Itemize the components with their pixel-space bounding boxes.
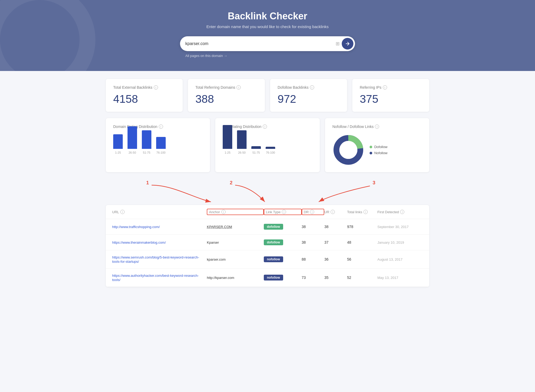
svg-text:2: 2 (230, 180, 233, 185)
dofollow-dot (370, 146, 372, 148)
table-row: https://www.semrush.com/blog/5-best-keyw… (106, 250, 429, 269)
ur-cell: 35 (324, 275, 347, 280)
page-title: Backlink Checker (5, 11, 530, 22)
ur-cell: 38 (324, 225, 347, 229)
bar-group: 76-100 (266, 147, 275, 154)
linktype-badge: dofollow (264, 224, 283, 230)
stat-card-ips: Referring IPs i 375 (352, 79, 429, 112)
page-header: Backlink Checker Enter domain name that … (0, 0, 535, 71)
url-link[interactable]: https://www.semrush.com/blog/5-best-keyw… (112, 255, 199, 264)
dr-cell: 73 (302, 275, 324, 280)
clear-icon[interactable]: ⊞ (336, 41, 340, 47)
url-link[interactable]: https://www.therainmakerblog.com/ (112, 240, 166, 244)
search-input[interactable] (185, 41, 336, 46)
col-linktype: Link Type i (264, 209, 302, 215)
url-cell: https://www.therainmakerblog.com/ (112, 240, 207, 244)
info-icon-ips[interactable]: i (383, 85, 387, 90)
info-icon-linktype[interactable]: i (282, 210, 286, 214)
info-icon-domain-rating[interactable]: i (159, 124, 163, 129)
bar-label: 1-25 (225, 151, 230, 154)
anchor-text: KPARSER.COM (207, 225, 232, 229)
bar (128, 126, 137, 149)
main-content: Total External Backlinks i 4158 Total Re… (100, 71, 435, 295)
date-cell: September 30, 2017 (377, 225, 423, 229)
info-icon-url-col[interactable]: i (120, 210, 125, 214)
date-cell: May 13, 2017 (377, 276, 423, 280)
anchor-text: kparser.com (207, 257, 226, 261)
svg-point-3 (339, 141, 357, 159)
table-row: http://www.trafficshopping.com/ KPARSER.… (106, 219, 429, 235)
stat-card-dofollow: Dofollow Backlinks i 972 (270, 79, 347, 112)
linktype-cell: nofollow (264, 256, 302, 262)
anchor-cell: http://kparser.com (207, 276, 264, 280)
table-row: https://www.authorityhacker.com/best-key… (106, 269, 429, 287)
bar-label: 26-50 (129, 151, 136, 154)
col-ur-label: UR (324, 210, 329, 214)
anchor-text: Kparser (207, 240, 219, 244)
col-linktype-label: Link Type (266, 210, 280, 214)
url-link[interactable]: http://www.trafficshopping.com/ (112, 225, 160, 229)
col-anchor-label: Anchor (209, 210, 220, 214)
info-icon-ur[interactable]: i (331, 210, 335, 214)
bar-group: 1-25 (113, 134, 123, 154)
linktype-cell: dofollow (264, 239, 302, 245)
donut-container: Dofollow Nofollow (332, 134, 422, 166)
ur-cell: 36 (324, 257, 347, 261)
linktype-cell: nofollow (264, 275, 302, 280)
backlinks-table: URL i Anchor i Link Type i DR i UR i (106, 205, 429, 287)
date-cell: August 13, 2017 (377, 257, 423, 261)
links-cell: 56 (347, 257, 377, 261)
domain-rating-bar-chart: 1-2526-5051-7576-100 (113, 134, 203, 161)
info-icon-donut[interactable]: i (375, 124, 379, 129)
stat-value-dofollow: 972 (278, 93, 340, 105)
info-icon-totallinks[interactable]: i (363, 210, 368, 214)
dr-cell: 38 (302, 240, 324, 244)
url-rating-bar-chart: 1-2526-5051-7576-100 (223, 134, 312, 161)
col-totallinks: Total links i (347, 210, 377, 214)
stat-label-ips: Referring IPs i (360, 85, 422, 90)
bar-group: 1-25 (223, 125, 232, 154)
col-ur: UR i (324, 210, 347, 214)
bar-group: 51-75 (142, 130, 151, 154)
info-icon-anchor[interactable]: i (221, 210, 226, 214)
donut-chart-card: Nofollow / Dofollow Links i Dofollow (325, 118, 429, 172)
search-bar: ⊞ (180, 36, 355, 51)
donut-title: Nofollow / Dofollow Links i (332, 124, 422, 129)
stat-label-domains: Total Referring Domains i (195, 85, 257, 90)
bar-group: 26-50 (237, 130, 247, 154)
dr-cell: 88 (302, 257, 324, 261)
nofollow-label: Nofollow (374, 151, 388, 155)
table-wrapper: 1 2 3 URL i (106, 179, 429, 287)
legend-nofollow: Nofollow (370, 151, 388, 155)
bar-group: 51-75 (251, 146, 261, 154)
search-hint[interactable]: All pages on this domain → (180, 54, 355, 58)
linktype-cell: dofollow (264, 224, 302, 230)
linktype-badge: dofollow (264, 239, 283, 245)
nofollow-dot (370, 152, 372, 154)
url-rating-title: URL Rating Distribution i (223, 124, 312, 129)
stat-label-backlinks: Total External Backlinks i (113, 85, 175, 90)
url-link[interactable]: https://www.authorityhacker.com/best-key… (112, 274, 199, 282)
bar-label: 51-75 (143, 151, 150, 154)
bar (251, 146, 261, 149)
info-icon-domains[interactable]: i (236, 85, 241, 90)
info-icon-dr[interactable]: i (310, 210, 314, 214)
info-icon-dofollow[interactable]: i (310, 85, 314, 90)
bar (223, 125, 232, 149)
col-url-label: URL (112, 210, 119, 214)
url-rating-chart: URL Rating Distribution i 1-2526-5051-75… (215, 118, 319, 172)
dr-cell: 38 (302, 225, 324, 229)
info-icon-firstdetected[interactable]: i (400, 210, 404, 214)
stat-card-domains: Total Referring Domains i 388 (188, 79, 265, 112)
stat-card-backlinks: Total External Backlinks i 4158 (106, 79, 183, 112)
search-button[interactable] (342, 38, 353, 50)
bar (237, 130, 247, 149)
bar (266, 147, 275, 149)
stats-row: Total External Backlinks i 4158 Total Re… (106, 79, 429, 112)
info-icon-backlinks[interactable]: i (154, 85, 158, 90)
anchor-cell: kparser.com (207, 257, 264, 261)
dofollow-label: Dofollow (374, 145, 388, 149)
col-dr: DR i (302, 209, 324, 215)
table-body: http://www.trafficshopping.com/ KPARSER.… (106, 219, 429, 287)
info-icon-url-rating[interactable]: i (263, 124, 267, 129)
